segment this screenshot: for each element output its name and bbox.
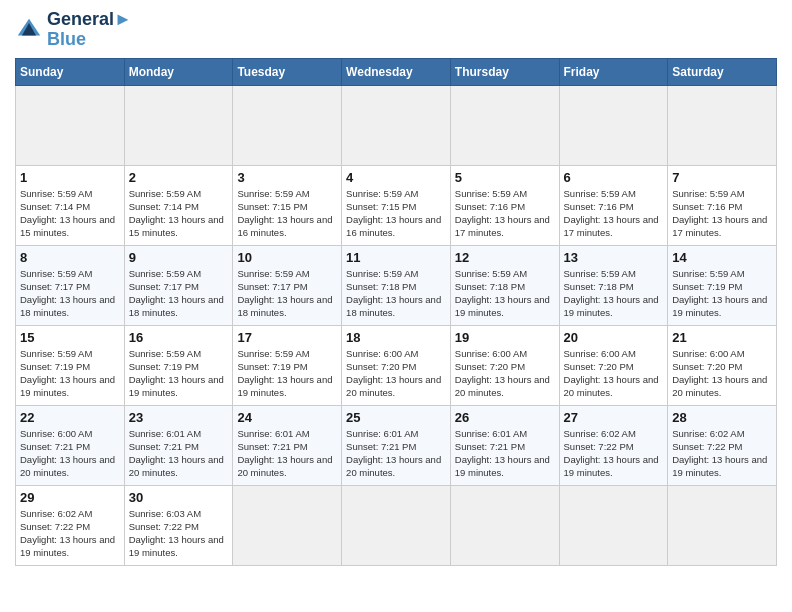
day-number: 11 [346, 250, 446, 265]
logo-text: General► Blue [47, 10, 132, 50]
calendar-cell: 18 Sunrise: 6:00 AM Sunset: 7:20 PM Dayl… [342, 325, 451, 405]
calendar-cell [559, 85, 668, 165]
calendar-cell: 28 Sunrise: 6:02 AM Sunset: 7:22 PM Dayl… [668, 405, 777, 485]
day-info: Sunrise: 6:01 AM Sunset: 7:21 PM Dayligh… [237, 427, 337, 480]
day-number: 24 [237, 410, 337, 425]
calendar-cell: 13 Sunrise: 5:59 AM Sunset: 7:18 PM Dayl… [559, 245, 668, 325]
calendar-cell: 22 Sunrise: 6:00 AM Sunset: 7:21 PM Dayl… [16, 405, 125, 485]
calendar-cell: 8 Sunrise: 5:59 AM Sunset: 7:17 PM Dayli… [16, 245, 125, 325]
calendar-cell: 2 Sunrise: 5:59 AM Sunset: 7:14 PM Dayli… [124, 165, 233, 245]
day-info: Sunrise: 5:59 AM Sunset: 7:15 PM Dayligh… [237, 187, 337, 240]
calendar-cell: 4 Sunrise: 5:59 AM Sunset: 7:15 PM Dayli… [342, 165, 451, 245]
day-number: 17 [237, 330, 337, 345]
day-header-thursday: Thursday [450, 58, 559, 85]
day-number: 22 [20, 410, 120, 425]
day-number: 12 [455, 250, 555, 265]
day-info: Sunrise: 6:00 AM Sunset: 7:21 PM Dayligh… [20, 427, 120, 480]
day-info: Sunrise: 5:59 AM Sunset: 7:17 PM Dayligh… [129, 267, 229, 320]
day-number: 29 [20, 490, 120, 505]
calendar-cell [342, 85, 451, 165]
calendar-cell [450, 85, 559, 165]
calendar-cell: 21 Sunrise: 6:00 AM Sunset: 7:20 PM Dayl… [668, 325, 777, 405]
calendar-cell [342, 485, 451, 565]
header: General► Blue [15, 10, 777, 50]
day-info: Sunrise: 6:02 AM Sunset: 7:22 PM Dayligh… [672, 427, 772, 480]
calendar-cell [559, 485, 668, 565]
calendar-cell: 16 Sunrise: 5:59 AM Sunset: 7:19 PM Dayl… [124, 325, 233, 405]
day-header-wednesday: Wednesday [342, 58, 451, 85]
day-info: Sunrise: 6:01 AM Sunset: 7:21 PM Dayligh… [129, 427, 229, 480]
day-info: Sunrise: 5:59 AM Sunset: 7:16 PM Dayligh… [672, 187, 772, 240]
day-number: 3 [237, 170, 337, 185]
calendar-table: SundayMondayTuesdayWednesdayThursdayFrid… [15, 58, 777, 566]
day-number: 14 [672, 250, 772, 265]
day-info: Sunrise: 5:59 AM Sunset: 7:16 PM Dayligh… [564, 187, 664, 240]
day-number: 25 [346, 410, 446, 425]
day-header-saturday: Saturday [668, 58, 777, 85]
day-number: 6 [564, 170, 664, 185]
day-header-friday: Friday [559, 58, 668, 85]
day-info: Sunrise: 5:59 AM Sunset: 7:19 PM Dayligh… [672, 267, 772, 320]
logo-icon [15, 16, 43, 44]
calendar-cell: 25 Sunrise: 6:01 AM Sunset: 7:21 PM Dayl… [342, 405, 451, 485]
day-number: 20 [564, 330, 664, 345]
calendar-cell [450, 485, 559, 565]
calendar-cell: 7 Sunrise: 5:59 AM Sunset: 7:16 PM Dayli… [668, 165, 777, 245]
calendar-cell [124, 85, 233, 165]
day-number: 13 [564, 250, 664, 265]
day-number: 30 [129, 490, 229, 505]
day-info: Sunrise: 5:59 AM Sunset: 7:17 PM Dayligh… [237, 267, 337, 320]
calendar-cell [16, 85, 125, 165]
calendar-cell: 30 Sunrise: 6:03 AM Sunset: 7:22 PM Dayl… [124, 485, 233, 565]
day-number: 28 [672, 410, 772, 425]
calendar-cell: 15 Sunrise: 5:59 AM Sunset: 7:19 PM Dayl… [16, 325, 125, 405]
calendar-cell: 3 Sunrise: 5:59 AM Sunset: 7:15 PM Dayli… [233, 165, 342, 245]
day-number: 4 [346, 170, 446, 185]
calendar-cell [233, 485, 342, 565]
calendar-cell [668, 485, 777, 565]
day-number: 5 [455, 170, 555, 185]
calendar-cell: 14 Sunrise: 5:59 AM Sunset: 7:19 PM Dayl… [668, 245, 777, 325]
calendar-cell: 27 Sunrise: 6:02 AM Sunset: 7:22 PM Dayl… [559, 405, 668, 485]
calendar-cell: 19 Sunrise: 6:00 AM Sunset: 7:20 PM Dayl… [450, 325, 559, 405]
calendar-cell: 20 Sunrise: 6:00 AM Sunset: 7:20 PM Dayl… [559, 325, 668, 405]
day-info: Sunrise: 6:00 AM Sunset: 7:20 PM Dayligh… [564, 347, 664, 400]
day-header-tuesday: Tuesday [233, 58, 342, 85]
day-info: Sunrise: 5:59 AM Sunset: 7:17 PM Dayligh… [20, 267, 120, 320]
day-number: 15 [20, 330, 120, 345]
day-info: Sunrise: 5:59 AM Sunset: 7:15 PM Dayligh… [346, 187, 446, 240]
day-number: 8 [20, 250, 120, 265]
day-header-monday: Monday [124, 58, 233, 85]
calendar-cell: 26 Sunrise: 6:01 AM Sunset: 7:21 PM Dayl… [450, 405, 559, 485]
day-number: 1 [20, 170, 120, 185]
day-header-sunday: Sunday [16, 58, 125, 85]
day-info: Sunrise: 5:59 AM Sunset: 7:16 PM Dayligh… [455, 187, 555, 240]
day-number: 2 [129, 170, 229, 185]
calendar-cell: 6 Sunrise: 5:59 AM Sunset: 7:16 PM Dayli… [559, 165, 668, 245]
day-info: Sunrise: 6:00 AM Sunset: 7:20 PM Dayligh… [455, 347, 555, 400]
day-info: Sunrise: 6:02 AM Sunset: 7:22 PM Dayligh… [564, 427, 664, 480]
day-info: Sunrise: 5:59 AM Sunset: 7:14 PM Dayligh… [20, 187, 120, 240]
day-info: Sunrise: 6:03 AM Sunset: 7:22 PM Dayligh… [129, 507, 229, 560]
day-info: Sunrise: 6:02 AM Sunset: 7:22 PM Dayligh… [20, 507, 120, 560]
calendar-cell: 5 Sunrise: 5:59 AM Sunset: 7:16 PM Dayli… [450, 165, 559, 245]
day-info: Sunrise: 5:59 AM Sunset: 7:18 PM Dayligh… [346, 267, 446, 320]
day-info: Sunrise: 5:59 AM Sunset: 7:18 PM Dayligh… [564, 267, 664, 320]
logo: General► Blue [15, 10, 132, 50]
day-info: Sunrise: 6:00 AM Sunset: 7:20 PM Dayligh… [672, 347, 772, 400]
calendar-cell: 17 Sunrise: 5:59 AM Sunset: 7:19 PM Dayl… [233, 325, 342, 405]
calendar-cell: 23 Sunrise: 6:01 AM Sunset: 7:21 PM Dayl… [124, 405, 233, 485]
calendar-cell: 29 Sunrise: 6:02 AM Sunset: 7:22 PM Dayl… [16, 485, 125, 565]
day-info: Sunrise: 6:00 AM Sunset: 7:20 PM Dayligh… [346, 347, 446, 400]
day-number: 19 [455, 330, 555, 345]
day-number: 27 [564, 410, 664, 425]
calendar-cell [668, 85, 777, 165]
day-info: Sunrise: 6:01 AM Sunset: 7:21 PM Dayligh… [455, 427, 555, 480]
calendar-cell: 11 Sunrise: 5:59 AM Sunset: 7:18 PM Dayl… [342, 245, 451, 325]
day-number: 23 [129, 410, 229, 425]
day-number: 26 [455, 410, 555, 425]
day-info: Sunrise: 6:01 AM Sunset: 7:21 PM Dayligh… [346, 427, 446, 480]
calendar-cell: 1 Sunrise: 5:59 AM Sunset: 7:14 PM Dayli… [16, 165, 125, 245]
day-info: Sunrise: 5:59 AM Sunset: 7:19 PM Dayligh… [129, 347, 229, 400]
day-info: Sunrise: 5:59 AM Sunset: 7:19 PM Dayligh… [20, 347, 120, 400]
